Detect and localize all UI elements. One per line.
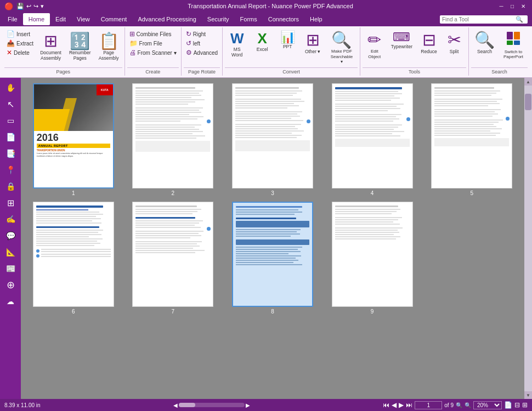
page-thumb-3[interactable]: 3 xyxy=(225,83,320,196)
ribbon-rotate-advanced[interactable]: ⚙ Advanced xyxy=(184,48,220,57)
page-thumb-2[interactable]: 2 xyxy=(126,83,220,196)
menu-edit[interactable]: Edit xyxy=(50,13,71,25)
find-tool-search[interactable]: 🔍 xyxy=(440,15,528,24)
typewriter-icon: ⌨ xyxy=(393,31,410,44)
tool-pan[interactable]: ✋ xyxy=(2,80,19,95)
tool-page-nav[interactable]: 📰 xyxy=(2,261,19,276)
tool-select[interactable]: ↖ xyxy=(2,96,19,112)
delete-icon: ✕ xyxy=(7,49,12,56)
nav-first[interactable]: ⏮ xyxy=(383,401,389,409)
tool-select-area[interactable]: ▭ xyxy=(2,113,19,128)
nav-next[interactable]: ▶ xyxy=(399,401,404,409)
search-input[interactable] xyxy=(442,16,513,22)
view-facing-btn[interactable]: ⊞ xyxy=(522,401,528,409)
nav-prev[interactable]: ◀ xyxy=(392,401,397,409)
menu-view[interactable]: View xyxy=(71,13,95,25)
tool-stamp[interactable]: ⊞ xyxy=(2,195,19,210)
scroll-up-btn[interactable]: ▲ xyxy=(524,78,532,85)
svg-rect-2 xyxy=(507,41,513,45)
tool-measure[interactable]: 📐 xyxy=(2,244,19,260)
ribbon-page-assembly[interactable]: 📋 PageAssembly xyxy=(95,30,122,63)
ribbon-from-file[interactable]: 📁 From File xyxy=(127,39,179,48)
tool-comment[interactable]: 💬 xyxy=(2,228,19,243)
ribbon-renumber-pages[interactable]: 🔢 RenumberPages xyxy=(66,30,94,63)
page-thumb-7[interactable]: 7 xyxy=(126,202,220,315)
paperport-icon xyxy=(506,31,521,49)
quick-access-save[interactable]: 💾 xyxy=(16,3,24,10)
tool-zoom[interactable]: ⊕ xyxy=(2,277,19,293)
tool-security[interactable]: 🔒 xyxy=(2,179,19,194)
window-title: Transportation Annual Report - Nuance Po… xyxy=(44,3,497,9)
page-thumb-9[interactable]: 9 xyxy=(325,202,420,315)
nav-last[interactable]: ⏭ xyxy=(406,401,412,409)
ribbon-excel[interactable]: X Excel xyxy=(250,28,274,54)
ribbon-delete[interactable]: ✕ Delete xyxy=(4,48,36,57)
ribbon-split[interactable]: ✂ Split xyxy=(442,28,466,56)
extract-icon: 📤 xyxy=(7,39,15,47)
menu-file[interactable]: File xyxy=(2,13,23,25)
zoom-out-btn[interactable]: 🔍 xyxy=(456,402,462,408)
zoom-in-btn[interactable]: 🔍 xyxy=(465,402,471,408)
quick-access-undo[interactable]: ↩ xyxy=(26,3,31,10)
page-thumb-1[interactable]: KUTA 2016 ANNUAL REPORT TRANSPORTION UNI… xyxy=(26,83,121,196)
view-single-page-btn[interactable]: 📄 xyxy=(504,401,512,409)
minimize-button[interactable]: ─ xyxy=(497,2,506,10)
menu-security[interactable]: Security xyxy=(202,13,235,25)
zoom-select[interactable]: 20% 25% 50% 75% 100% xyxy=(473,401,502,409)
ribbon-ms-word[interactable]: W MSWord xyxy=(225,28,249,60)
menu-forms[interactable]: Forms xyxy=(235,13,263,25)
tool-doc[interactable]: 📑 xyxy=(2,146,19,161)
tool-annotate[interactable]: ✍ xyxy=(2,212,19,227)
status-nav: ⏮ ◀ ▶ ⏭ of 9 🔍 🔍 20% 25% 50% 75% 100% 📄 … xyxy=(383,401,528,409)
menu-home[interactable]: Home xyxy=(23,13,50,25)
ribbon-extract[interactable]: 📤 Extract xyxy=(4,39,36,48)
ribbon-rotate-right[interactable]: ↻ Right xyxy=(184,30,220,38)
page-number-input[interactable] xyxy=(415,401,442,409)
page-thumb-6[interactable]: 6 xyxy=(26,202,121,315)
page-num-5: 5 xyxy=(470,190,473,196)
main-layout: ✋ ↖ ▭ 📄 📑 📍 🔒 ⊞ ✍ 💬 📐 📰 ⊕ ☁ KUTA xyxy=(0,78,532,399)
scroll-down-btn[interactable]: ▼ xyxy=(524,391,532,399)
ribbon-edit-object[interactable]: ✏ EditObject xyxy=(363,28,387,61)
ribbon-make-pdf-searchable[interactable]: 🔍 Make PDFSearchable ▾ xyxy=(326,28,358,67)
ribbon-search[interactable]: 🔍 Search xyxy=(471,28,498,56)
menu-connectors[interactable]: Connectors xyxy=(263,13,304,25)
search-group-label: Search xyxy=(471,67,528,76)
ribbon-document-assembly[interactable]: ⊞ DocumentAssembly xyxy=(37,30,65,63)
ribbon-rotate-left[interactable]: ↺ left xyxy=(184,39,220,48)
ribbon-other[interactable]: ⊞ Other ▾ xyxy=(301,28,325,56)
tool-cloud[interactable]: ☁ xyxy=(2,294,19,309)
svg-rect-0 xyxy=(507,32,513,39)
quick-access-redo[interactable]: ↪ xyxy=(33,3,38,10)
tool-page[interactable]: 📄 xyxy=(2,129,19,145)
menu-comment[interactable]: Comment xyxy=(95,13,133,25)
ribbon-reduce[interactable]: ⊟ Reduce xyxy=(417,28,441,56)
page-thumb-8[interactable]: 8 xyxy=(225,202,320,315)
page-rotate-group-label: Page Rotate xyxy=(184,67,220,76)
tool-bookmark[interactable]: 📍 xyxy=(2,162,19,178)
page-thumb-4[interactable]: 4 xyxy=(325,83,420,196)
scroll-right-btn[interactable]: ▶ xyxy=(246,402,250,408)
ribbon: 📄 Insert 📤 Extract ✕ Delete ⊞ xyxy=(0,26,532,78)
main-content[interactable]: KUTA 2016 ANNUAL REPORT TRANSPORTION UNI… xyxy=(21,78,524,399)
search-ribbon-icon: 🔍 xyxy=(474,31,495,49)
ribbon-typewriter[interactable]: ⌨ Typewriter xyxy=(388,28,416,52)
pages-grid: KUTA 2016 ANNUAL REPORT TRANSPORTION UNI… xyxy=(26,83,519,315)
ribbon-switch-to-paperport[interactable]: Switch toPaperPort xyxy=(499,28,528,62)
menu-advanced-processing[interactable]: Advanced Processing xyxy=(132,13,201,25)
ribbon-combine-files[interactable]: ⊞ Combine Files xyxy=(127,30,179,38)
ribbon-ppt[interactable]: 📊 PPT xyxy=(275,28,299,52)
vertical-scrollbar[interactable]: ▲ ▼ xyxy=(524,78,532,399)
page-thumb-5[interactable]: 5 xyxy=(425,83,519,196)
scroll-thumb[interactable] xyxy=(525,94,531,110)
scroll-left-btn[interactable]: ◀ xyxy=(173,402,178,408)
ribbon-group-page-rotate: ↻ Right ↺ left ⚙ Advanced Page Rotate xyxy=(182,27,223,76)
menu-help[interactable]: Help xyxy=(304,13,328,25)
maximize-button[interactable]: □ xyxy=(508,2,517,10)
ribbon-insert[interactable]: 📄 Insert xyxy=(4,30,36,38)
combine-icon: ⊞ xyxy=(129,30,135,38)
ribbon-from-scanner[interactable]: 🖨 From Scanner ▾ xyxy=(127,48,179,57)
view-continuous-btn[interactable]: ⊟ xyxy=(514,401,520,409)
ppt-icon: 📊 xyxy=(280,31,295,44)
close-button[interactable]: ✕ xyxy=(519,2,528,10)
